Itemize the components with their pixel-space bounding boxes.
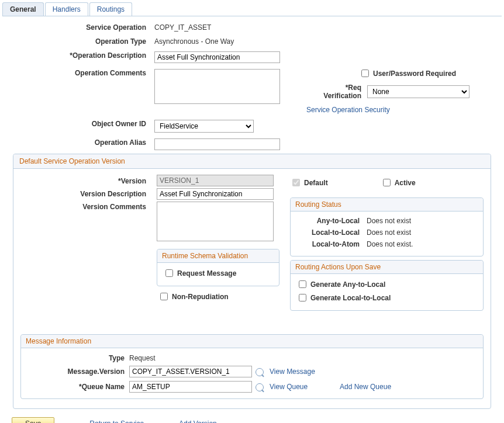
queue-name-lookup-icon[interactable] bbox=[256, 383, 264, 391]
user-password-required-label: User/Password Required bbox=[373, 70, 456, 78]
message-version-lookup-icon[interactable] bbox=[256, 368, 264, 376]
queue-name-input[interactable] bbox=[129, 381, 252, 393]
local-to-local-label: Local-to-Local bbox=[296, 228, 367, 237]
version-description-label: Version Description bbox=[20, 188, 146, 200]
operation-description-label: *Operation Description bbox=[2, 49, 149, 60]
service-operation-label: Service Operation bbox=[2, 21, 149, 32]
service-operation-security-link[interactable]: Service Operation Security bbox=[306, 106, 390, 114]
message-information-title: Message Information bbox=[21, 335, 483, 348]
bottom-actions-row: Save Return to Service Add Version bbox=[2, 412, 502, 423]
generate-any-to-local-checkbox[interactable] bbox=[299, 280, 306, 288]
message-version-input[interactable] bbox=[129, 366, 252, 377]
version-input bbox=[157, 175, 274, 186]
object-owner-id-select[interactable]: FieldService bbox=[154, 120, 254, 133]
view-message-link[interactable]: View Message bbox=[270, 367, 315, 376]
msg-type-label: Type bbox=[27, 354, 129, 362]
return-to-service-link[interactable]: Return to Service bbox=[89, 419, 144, 423]
add-version-link[interactable]: Add Version bbox=[179, 419, 217, 423]
message-version-label: Message.Version bbox=[27, 367, 129, 376]
active-label: Active bbox=[395, 179, 416, 187]
queue-name-label: *Queue Name bbox=[27, 383, 129, 391]
object-owner-id-label: Object Owner ID bbox=[2, 117, 149, 128]
request-message-label: Request Message bbox=[177, 269, 236, 278]
generate-any-to-local-label: Generate Any-to-Local bbox=[310, 280, 385, 289]
user-password-required-checkbox[interactable] bbox=[361, 70, 369, 77]
generate-local-to-local-label: Generate Local-to-Local bbox=[310, 294, 391, 302]
any-to-local-label: Any-to-Local bbox=[296, 217, 367, 225]
tab-general[interactable]: General bbox=[2, 2, 44, 16]
version-description-input[interactable] bbox=[157, 188, 274, 200]
version-label: *Version bbox=[20, 175, 146, 188]
tabs-bar: General Handlers Routings bbox=[2, 2, 502, 16]
any-to-local-value: Does not exist bbox=[367, 217, 411, 225]
default-checkbox bbox=[292, 179, 300, 186]
operation-type-label: Operation Type bbox=[2, 35, 149, 46]
default-service-operation-version-box: Default Service Operation Version *Versi… bbox=[13, 154, 491, 409]
save-button[interactable]: Save bbox=[12, 417, 54, 423]
msg-type-value: Request bbox=[129, 354, 270, 362]
tab-handlers[interactable]: Handlers bbox=[45, 2, 88, 16]
view-queue-link[interactable]: View Queue bbox=[270, 383, 308, 391]
runtime-schema-validation-title: Runtime Schema Validation bbox=[157, 249, 279, 263]
routing-status-title: Routing Status bbox=[291, 198, 483, 212]
general-form: Service Operation COPY_IT_ASSET Operatio… bbox=[2, 21, 502, 150]
add-new-queue-link[interactable]: Add New Queue bbox=[340, 383, 391, 391]
req-verification-label: *Req Verification bbox=[306, 84, 365, 100]
version-comments-input[interactable] bbox=[157, 202, 274, 241]
routing-actions-upon-save-title: Routing Actions Upon Save bbox=[291, 261, 483, 274]
local-to-atom-value: Does not exist. bbox=[367, 240, 413, 248]
non-repudiation-label: Non-Repudiation bbox=[172, 293, 229, 301]
tab-routings[interactable]: Routings bbox=[89, 2, 132, 16]
version-comments-label: Version Comments bbox=[20, 200, 146, 213]
operation-type-value: Asynchronous - One Way bbox=[154, 35, 283, 46]
operation-alias-input[interactable] bbox=[154, 138, 280, 150]
default-service-operation-version-title: Default Service Operation Version bbox=[13, 154, 491, 169]
active-checkbox[interactable] bbox=[383, 179, 391, 186]
request-message-checkbox[interactable] bbox=[165, 269, 173, 277]
operation-alias-label: Operation Alias bbox=[2, 136, 149, 147]
non-repudiation-checkbox[interactable] bbox=[160, 293, 168, 300]
operation-description-input[interactable] bbox=[154, 51, 280, 63]
default-label: Default bbox=[304, 179, 328, 187]
local-to-local-value: Does not exist bbox=[367, 228, 411, 237]
generate-local-to-local-checkbox[interactable] bbox=[299, 294, 306, 301]
service-operation-value: COPY_IT_ASSET bbox=[154, 21, 283, 32]
req-verification-select[interactable]: None bbox=[367, 85, 470, 98]
operation-comments-label: Operation Comments bbox=[2, 67, 149, 77]
local-to-atom-label: Local-to-Atom bbox=[296, 240, 367, 248]
operation-comments-input[interactable] bbox=[154, 69, 280, 104]
